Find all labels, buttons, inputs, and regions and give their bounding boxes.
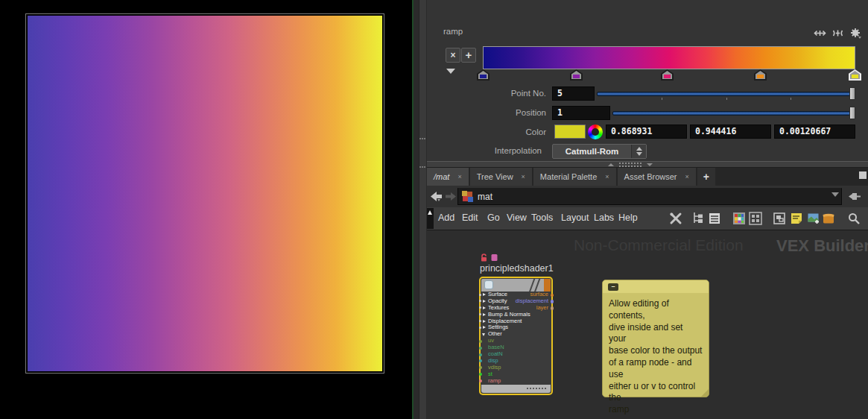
ramp-move-handles-icon[interactable] bbox=[814, 27, 826, 40]
ramp-gradient-bar[interactable] bbox=[483, 46, 855, 69]
background-image-icon[interactable] bbox=[807, 212, 820, 225]
ramp-options-dropdown-icon[interactable] bbox=[446, 69, 455, 74]
color-wheel-icon[interactable] bbox=[588, 125, 603, 139]
point-no-slider-handle[interactable] bbox=[849, 87, 855, 100]
menu-add[interactable]: Add bbox=[438, 212, 454, 223]
point-no-input[interactable]: 5 bbox=[552, 86, 595, 101]
menu-grip[interactable] bbox=[427, 208, 434, 229]
ramp-slide-handles-icon[interactable] bbox=[831, 27, 844, 40]
point-no-slider[interactable] bbox=[597, 87, 855, 100]
ramp-parameter-label: ramp bbox=[443, 27, 463, 36]
interpolation-spinner[interactable] bbox=[631, 145, 646, 158]
ramp-marker-1[interactable] bbox=[477, 69, 490, 81]
node-input-row[interactable]: ramp bbox=[481, 378, 551, 385]
sticky-note-text: Allow editing of contents, dive inside a… bbox=[603, 293, 709, 419]
tab-close-icon[interactable]: × bbox=[522, 173, 525, 180]
color-g-input[interactable]: 0.944416 bbox=[690, 125, 771, 139]
interpolation-dropdown[interactable]: Catmull-Rom bbox=[552, 144, 647, 159]
gear-menu-icon[interactable] bbox=[849, 27, 862, 40]
color-palette-grid-icon[interactable] bbox=[732, 212, 746, 225]
note-collapse-button[interactable]: – bbox=[608, 283, 618, 291]
ramp-add-point-button[interactable]: + bbox=[461, 48, 476, 63]
path-bar: mat bbox=[427, 186, 868, 207]
right-pane: ramp × + bbox=[427, 0, 868, 419]
horizontal-pane-splitter[interactable] bbox=[427, 161, 868, 168]
splitter-grip[interactable] bbox=[619, 163, 642, 167]
unlocked-icon bbox=[481, 253, 488, 262]
node-footer-marks bbox=[527, 388, 546, 389]
menu-view[interactable]: View bbox=[507, 212, 527, 223]
hda-badge-icon bbox=[491, 253, 498, 262]
tab-material-palette[interactable]: Material Palette × bbox=[533, 168, 616, 186]
tab-mat[interactable]: /mat × bbox=[427, 168, 469, 186]
interpolation-label: Interpolation bbox=[452, 146, 542, 155]
color-b-input[interactable]: 0.00120667 bbox=[774, 125, 855, 139]
menu-tools[interactable]: Tools bbox=[531, 212, 553, 223]
position-slider[interactable] bbox=[612, 107, 855, 119]
tab-close-icon[interactable]: × bbox=[685, 173, 688, 180]
sticky-note-tool-icon[interactable] bbox=[790, 212, 803, 225]
note-fold-corner bbox=[701, 389, 709, 397]
ramp-marker-3[interactable] bbox=[661, 69, 674, 81]
position-label: Position bbox=[457, 108, 546, 117]
search-icon[interactable] bbox=[847, 212, 861, 225]
splitter-up-icon[interactable] bbox=[608, 163, 614, 166]
render-frame bbox=[25, 13, 384, 374]
pane-type-label: VEX Builder bbox=[776, 236, 868, 256]
position-input[interactable]: 1 bbox=[552, 106, 610, 120]
ramp-parameter-panel: ramp × + bbox=[427, 0, 868, 161]
color-swatch-button[interactable] bbox=[554, 125, 586, 139]
tab-close-icon[interactable]: × bbox=[605, 173, 609, 180]
tree-hierarchy-icon[interactable] bbox=[691, 212, 705, 225]
splitter-down-icon[interactable] bbox=[647, 163, 653, 166]
sticky-note-header[interactable]: – bbox=[603, 280, 709, 293]
ramp-marker-5-selected[interactable] bbox=[849, 69, 861, 81]
pane-divider-grip[interactable] bbox=[419, 138, 425, 168]
color-r-input[interactable]: 0.868931 bbox=[606, 125, 687, 139]
asset-box-icon[interactable] bbox=[822, 212, 835, 225]
menu-labs[interactable]: Labs bbox=[594, 212, 614, 223]
network-editor[interactable]: Non-Commercial Edition VEX Builder princ… bbox=[427, 230, 868, 419]
point-no-label: Point No. bbox=[457, 89, 546, 98]
menu-go[interactable]: Go bbox=[487, 212, 500, 223]
sticky-note[interactable]: – Allow editing of contents, dive inside… bbox=[602, 280, 709, 397]
network-path-field[interactable]: mat bbox=[457, 188, 842, 205]
color-label: Color bbox=[457, 127, 546, 136]
thumbnail-grid-icon[interactable] bbox=[749, 212, 762, 225]
tab-close-icon[interactable]: × bbox=[457, 173, 461, 180]
node-title[interactable]: principledshader1 bbox=[480, 263, 554, 274]
ramp-marker-2[interactable] bbox=[570, 69, 583, 81]
tab-asset-browser[interactable]: Asset Browser × bbox=[618, 168, 696, 186]
node-header[interactable] bbox=[481, 279, 551, 292]
new-tab-button[interactable]: + bbox=[697, 168, 715, 186]
node-footer-bar[interactable] bbox=[481, 385, 551, 393]
menu-layout[interactable]: Layout bbox=[561, 212, 589, 223]
network-path-value: mat bbox=[478, 192, 492, 202]
tab-tree-view[interactable]: Tree View × bbox=[470, 168, 532, 186]
spinner-up-icon bbox=[636, 147, 642, 151]
tools-icon[interactable] bbox=[669, 212, 682, 225]
pane-divider-strip[interactable] bbox=[419, 0, 426, 419]
output-dot-surface[interactable] bbox=[551, 294, 554, 297]
position-slider-handle[interactable] bbox=[849, 107, 855, 119]
output-dot-displacement[interactable] bbox=[551, 300, 554, 303]
menu-help[interactable]: Help bbox=[618, 212, 638, 223]
list-view-icon[interactable] bbox=[708, 212, 721, 225]
output-dot-layer[interactable] bbox=[551, 306, 554, 310]
pane-maximize-icon[interactable] bbox=[859, 171, 867, 179]
rendered-gradient-image bbox=[28, 16, 382, 371]
shader-ball-icon bbox=[484, 280, 493, 289]
node-principledshader1[interactable]: Surface surface Opacity displacement Tex… bbox=[479, 277, 553, 395]
forward-button[interactable] bbox=[445, 192, 456, 201]
menu-edit[interactable]: Edit bbox=[462, 212, 478, 223]
subnet-windows-icon[interactable] bbox=[773, 212, 786, 225]
mat-network-icon bbox=[462, 191, 473, 202]
path-dropdown-icon[interactable] bbox=[831, 192, 839, 197]
watermark-text: Non-Commercial Edition bbox=[574, 236, 744, 254]
ramp-delete-point-button[interactable]: × bbox=[446, 48, 460, 63]
ramp-marker-4[interactable] bbox=[754, 69, 767, 81]
pin-pane-icon[interactable] bbox=[847, 191, 862, 202]
node-color-tag bbox=[544, 279, 551, 292]
pane-divider[interactable] bbox=[412, 0, 427, 419]
back-button[interactable] bbox=[431, 191, 443, 202]
